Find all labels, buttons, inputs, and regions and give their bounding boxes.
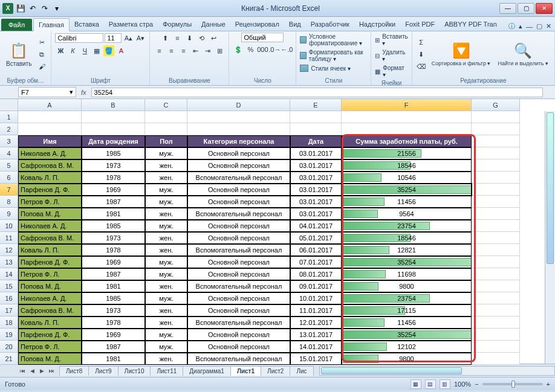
cell[interactable]: Коваль Л. П. — [18, 316, 82, 329]
cell[interactable]: 17115 — [342, 304, 472, 316]
row-header[interactable]: 10 — [0, 220, 18, 232]
undo-icon[interactable]: ↶ — [28, 4, 37, 13]
row-header[interactable]: 21 — [0, 353, 18, 365]
cell[interactable]: 9800 — [342, 280, 472, 292]
cell[interactable] — [472, 159, 520, 172]
orientation-icon[interactable]: ⟲ — [196, 33, 207, 43]
row-header[interactable]: 18 — [0, 316, 18, 329]
cell[interactable]: Основной персонал — [187, 196, 290, 208]
cell[interactable]: 03.01.2017 — [290, 172, 342, 184]
cell[interactable]: 1985 — [82, 292, 145, 304]
cell[interactable]: 1978 — [82, 244, 145, 256]
cell[interactable]: 03.01.2017 — [290, 147, 342, 159]
cell[interactable]: муж. — [145, 184, 187, 196]
align-middle-icon[interactable]: ≡ — [172, 33, 183, 43]
cell[interactable] — [472, 353, 520, 365]
row-header[interactable]: 5 — [0, 159, 18, 172]
hscroll-thumb[interactable] — [321, 367, 462, 374]
help-icon[interactable]: ⓘ — [508, 22, 515, 31]
cell[interactable]: муж. — [145, 256, 187, 268]
ribbon-tab[interactable]: Разработчик — [306, 18, 354, 31]
cell[interactable] — [342, 123, 472, 135]
cell-styles-button[interactable]: Стили ячеек ▾ — [300, 64, 351, 72]
cell[interactable]: Парфенов Д. Ф. — [18, 329, 82, 341]
cell[interactable]: Парфенов Д. Ф. — [18, 256, 82, 268]
cell[interactable] — [472, 244, 520, 256]
row-header[interactable]: 8 — [0, 196, 18, 208]
page-layout-view-icon[interactable]: ▤ — [425, 379, 436, 389]
cell[interactable]: 13.01.2017 — [290, 329, 342, 341]
cell[interactable] — [472, 135, 520, 147]
cell[interactable]: Вспомогательный персонал — [187, 244, 290, 256]
row-header[interactable]: 13 — [0, 256, 18, 268]
cell[interactable]: 18546 — [342, 232, 472, 244]
cell[interactable]: жен. — [145, 353, 187, 365]
decrease-indent-icon[interactable]: ⇤ — [190, 45, 201, 56]
sheet-tab[interactable]: Лис — [290, 366, 313, 376]
paste-button[interactable]: 📋Вставить — [4, 41, 34, 68]
cell[interactable]: 1973 — [82, 304, 145, 316]
row-header[interactable]: 4 — [0, 147, 18, 159]
ribbon-tab[interactable]: Вид — [284, 18, 306, 31]
cell[interactable]: 1973 — [82, 159, 145, 172]
cell[interactable] — [342, 111, 472, 123]
row-header[interactable]: 2 — [0, 123, 18, 135]
cell[interactable]: 04.01.2017 — [290, 220, 342, 232]
cell[interactable]: Основной персонал — [187, 256, 290, 268]
ribbon-tab[interactable]: ABBYY PDF Tran — [440, 18, 502, 31]
cell[interactable]: 12102 — [342, 341, 472, 353]
cell[interactable] — [472, 280, 520, 292]
cell[interactable]: Основной персонал — [187, 184, 290, 196]
comma-icon[interactable]: 000 — [257, 44, 268, 55]
currency-icon[interactable]: 💲 — [233, 44, 244, 55]
cell[interactable]: Дата рождения — [82, 135, 145, 147]
cell[interactable]: 03.01.2017 — [290, 184, 342, 196]
zoom-slider[interactable] — [482, 383, 543, 385]
cell[interactable]: Парфенов Д. Ф. — [18, 184, 82, 196]
cell[interactable]: Вспомогательный персонал — [187, 208, 290, 220]
minimize-ribbon-icon[interactable]: ▴ — [519, 22, 522, 30]
cell[interactable]: жен. — [145, 208, 187, 220]
cell[interactable]: 35254 — [342, 184, 472, 196]
ribbon-tab[interactable]: Надстройки — [354, 18, 400, 31]
row-header[interactable]: 16 — [0, 292, 18, 304]
increase-decimal-icon[interactable]: .0→ — [269, 44, 280, 55]
zoom-thumb[interactable] — [511, 381, 515, 388]
cell[interactable] — [290, 123, 342, 135]
font-name-input[interactable] — [55, 33, 103, 43]
cell[interactable]: 03.01.2017 — [290, 159, 342, 172]
ribbon-tab[interactable]: Рецензировал — [230, 18, 284, 31]
cell[interactable]: Основной персонал — [187, 232, 290, 244]
sheet-tab[interactable]: Лист11 — [150, 366, 183, 376]
row-header[interactable]: 12 — [0, 244, 18, 256]
cell[interactable] — [472, 208, 520, 220]
row-header[interactable]: 6 — [0, 172, 18, 184]
cell[interactable]: Имя — [18, 135, 82, 147]
font-color-icon[interactable]: A — [115, 45, 126, 56]
file-tab[interactable]: Файл — [1, 19, 32, 31]
cell[interactable]: Петров Ф. Л. — [18, 268, 82, 280]
fill-icon[interactable]: ⬇ — [416, 49, 427, 60]
cell[interactable] — [472, 316, 520, 329]
cut-icon[interactable]: ✂ — [36, 37, 47, 48]
decrease-decimal-icon[interactable]: ←.0 — [281, 44, 292, 55]
sheet-tab[interactable]: Лист2 — [261, 366, 290, 376]
cell[interactable]: 1969 — [82, 184, 145, 196]
redo-icon[interactable]: ↷ — [40, 4, 50, 13]
cell[interactable]: Сафронова В. М. — [18, 159, 82, 172]
cell[interactable]: 21556 — [342, 147, 472, 159]
name-box[interactable]: F7▾ — [18, 87, 76, 97]
cell[interactable]: 11.01.2017 — [290, 304, 342, 316]
cell[interactable]: Сумма заработной платы, руб. — [342, 135, 472, 147]
cells-area[interactable]: ИмяДата рожденияПолКатегория персоналаДа… — [18, 111, 520, 365]
cell[interactable] — [472, 256, 520, 268]
horizontal-scrollbar[interactable] — [319, 366, 555, 376]
cell[interactable]: 08.01.2017 — [290, 268, 342, 280]
cell[interactable]: 1987 — [82, 268, 145, 280]
cell[interactable]: 1978 — [82, 172, 145, 184]
cell[interactable] — [187, 111, 290, 123]
select-all-corner[interactable] — [0, 99, 18, 111]
row-header[interactable]: 19 — [0, 329, 18, 341]
cell[interactable]: Вспомогательный персонал — [187, 353, 290, 365]
cell[interactable]: 1981 — [82, 280, 145, 292]
